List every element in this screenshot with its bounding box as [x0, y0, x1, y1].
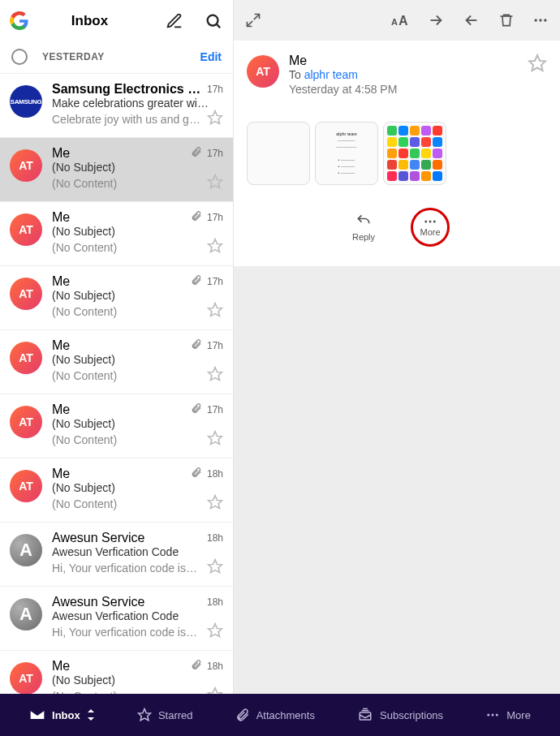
star-icon[interactable] — [207, 687, 223, 694]
avatar[interactable]: SAMSUNG — [10, 85, 42, 118]
attachment-icon — [191, 338, 202, 353]
attachment-thumb-2[interactable]: alphr team─────────────• ─────• ─────• ─… — [315, 122, 378, 185]
search-icon[interactable] — [204, 11, 223, 31]
nav-more[interactable]: More — [485, 708, 531, 722]
message-item[interactable]: ATMe17h(No Subject)(No Content) — [0, 330, 233, 394]
attachment-thumb-3[interactable] — [383, 122, 446, 185]
star-icon[interactable] — [207, 494, 223, 514]
avatar[interactable]: AT — [10, 278, 42, 310]
svg-marker-8 — [209, 496, 222, 509]
avatar[interactable]: AT — [10, 149, 42, 182]
avatar[interactable]: AT — [10, 662, 42, 694]
compose-icon[interactable] — [165, 11, 184, 31]
preview-text: (No Content) — [52, 497, 202, 510]
time-label: 17h — [207, 404, 223, 415]
nav-inbox[interactable]: Inbox — [29, 707, 95, 723]
avatar[interactable]: A — [10, 598, 42, 631]
avatar[interactable]: AT — [10, 470, 42, 502]
bottom-nav-bar: Inbox Starred Attachments Subscriptions … — [0, 694, 560, 736]
message-item[interactable]: ATMe18h(No Subject)(No Content) — [0, 458, 233, 523]
svg-point-14 — [535, 19, 537, 21]
sender-name: Awesun Service — [52, 595, 202, 609]
edit-button[interactable]: Edit — [200, 50, 222, 63]
recipient-name[interactable]: alphr team — [304, 68, 358, 81]
star-icon[interactable] — [207, 430, 223, 450]
list-header: Inbox — [0, 0, 233, 41]
nav-subscriptions[interactable]: Subscriptions — [357, 708, 443, 722]
message-item[interactable]: ATMe17h(No Subject)(No Content) — [0, 394, 233, 458]
star-icon[interactable] — [207, 558, 223, 578]
nav-starred[interactable]: Starred — [137, 708, 193, 722]
star-icon[interactable] — [207, 622, 223, 642]
sender-name: Me — [52, 467, 186, 481]
svg-text:A: A — [398, 14, 407, 28]
message-item[interactable]: SAMSUNGSamsung Electronics P…17hMake cel… — [0, 74, 233, 138]
subject-line: (No Subject) — [52, 674, 223, 687]
message-item[interactable]: ATMe17h(No Subject)(No Content) — [0, 266, 233, 330]
detail-toolbar: A A — [234, 0, 560, 41]
preview-text: (No Content) — [52, 177, 202, 190]
preview-text: (No Content) — [52, 369, 202, 382]
svg-point-24 — [492, 714, 494, 717]
svg-point-15 — [539, 19, 541, 21]
attachment-thumb-1[interactable] — [247, 122, 310, 185]
google-logo-icon[interactable] — [10, 11, 29, 31]
preview-text: Hi, Your verfication code is… — [52, 562, 202, 575]
more-button-highlighted[interactable]: More — [411, 208, 450, 247]
attachment-icon — [191, 659, 202, 674]
time-label: 17h — [207, 84, 223, 95]
attachment-icon — [191, 146, 202, 161]
svg-point-19 — [429, 221, 432, 223]
time-label: 17h — [207, 212, 223, 223]
subject-line: (No Subject) — [52, 481, 223, 494]
message-item[interactable]: ATMe18h(No Subject)(No Content) — [0, 651, 233, 694]
select-all-circle[interactable] — [11, 49, 28, 65]
text-size-icon[interactable]: A A — [391, 11, 409, 29]
sender-name: Me — [52, 338, 186, 353]
nav-inbox-label: Inbox — [52, 709, 80, 721]
more-toolbar-icon[interactable] — [532, 12, 549, 28]
reply-toolbar-icon[interactable] — [463, 11, 480, 29]
subject-line: Make celebrations greater wi… — [52, 97, 223, 110]
svg-marker-17 — [529, 55, 545, 71]
forward-icon[interactable] — [427, 11, 445, 29]
star-icon[interactable] — [207, 110, 223, 129]
message-item[interactable]: ATMe17h(No Subject)(No Content) — [0, 138, 233, 202]
star-icon[interactable] — [207, 302, 223, 321]
avatar[interactable]: AT — [10, 406, 42, 438]
message-item[interactable]: AAwesun Service18hAwesun Verfication Cod… — [0, 587, 233, 651]
reply-button[interactable]: Reply — [344, 213, 383, 242]
message-item[interactable]: AAwesun Service18hAwesun Verfication Cod… — [0, 523, 233, 587]
subject-line: (No Subject) — [52, 417, 223, 430]
message-item[interactable]: ATMe17h(No Subject)(No Content) — [0, 202, 233, 266]
avatar[interactable]: AT — [10, 213, 42, 246]
message-list: SAMSUNGSamsung Electronics P…17hMake cel… — [0, 74, 233, 694]
preview-text: (No Content) — [52, 241, 202, 254]
svg-point-23 — [488, 714, 490, 717]
more-label: More — [420, 227, 440, 237]
star-icon[interactable] — [207, 174, 223, 193]
message-header: AT Me To alphr team Yesterday at 4:58 PM — [247, 54, 547, 96]
sender-avatar[interactable]: AT — [247, 55, 279, 88]
trash-icon[interactable] — [498, 12, 515, 28]
attachment-thumbnails: alphr team─────────────• ─────• ─────• ─… — [247, 122, 547, 185]
sender-name: Me — [52, 274, 186, 289]
svg-point-18 — [424, 221, 427, 223]
page-title: Inbox — [15, 13, 165, 29]
nav-attachments[interactable]: Attachments — [235, 708, 315, 722]
to-line[interactable]: To alphr team — [289, 68, 518, 81]
sender-name: Me — [52, 402, 186, 417]
star-message-icon[interactable] — [528, 54, 547, 96]
star-icon[interactable] — [207, 238, 223, 257]
subject-line: (No Subject) — [52, 353, 223, 366]
expand-icon[interactable] — [245, 12, 261, 28]
preview-text: Celebrate joy with us and get… — [52, 113, 202, 126]
svg-line-1 — [217, 24, 220, 28]
star-icon[interactable] — [207, 366, 223, 385]
attachment-icon — [191, 467, 202, 481]
svg-point-0 — [208, 15, 218, 26]
avatar[interactable]: A — [10, 534, 42, 566]
avatar[interactable]: AT — [10, 342, 42, 374]
detail-pane: A A — [234, 0, 560, 694]
message-actions: Reply More — [247, 208, 547, 247]
